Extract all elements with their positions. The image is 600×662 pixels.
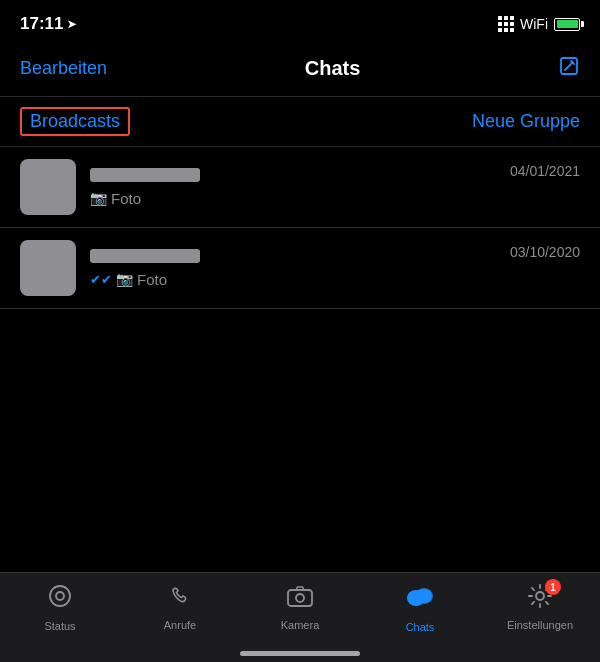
chat-content: 📷 Foto bbox=[90, 168, 496, 207]
preview-text: Foto bbox=[111, 190, 141, 207]
home-indicator bbox=[240, 651, 360, 656]
settings-badge: 1 bbox=[545, 579, 561, 595]
chat-item[interactable]: 📷 Foto 04/01/2021 bbox=[0, 147, 600, 228]
avatar bbox=[20, 240, 76, 296]
broadcasts-bar: Broadcasts Neue Gruppe bbox=[0, 96, 600, 147]
page-title: Chats bbox=[305, 57, 361, 80]
tab-einstellungen-label: Einstellungen bbox=[507, 619, 573, 631]
svg-point-1 bbox=[50, 586, 70, 606]
double-check-icon: ✔✔ bbox=[90, 272, 112, 287]
status-icons: WiFi bbox=[498, 16, 580, 32]
preview-text: Foto bbox=[137, 271, 167, 288]
tab-bar: Status Anrufe Kamera Ch bbox=[0, 572, 600, 662]
edit-button[interactable]: Bearbeiten bbox=[20, 58, 107, 79]
tab-kamera[interactable]: Kamera bbox=[260, 583, 340, 631]
status-time: 17:11 ➤ bbox=[20, 14, 76, 34]
chat-name-placeholder bbox=[90, 168, 200, 182]
chat-item[interactable]: ✔✔ 📷 Foto 03/10/2020 bbox=[0, 228, 600, 309]
broadcasts-button[interactable]: Broadcasts bbox=[20, 107, 130, 136]
location-arrow-icon: ➤ bbox=[67, 18, 76, 31]
camera-tab-icon bbox=[286, 583, 314, 615]
svg-rect-3 bbox=[288, 590, 312, 606]
tab-anrufe[interactable]: Anrufe bbox=[140, 583, 220, 631]
tab-status-label: Status bbox=[44, 620, 75, 632]
time-text: 17:11 bbox=[20, 14, 63, 34]
tab-anrufe-label: Anrufe bbox=[164, 619, 196, 631]
neue-gruppe-button[interactable]: Neue Gruppe bbox=[472, 111, 580, 132]
tab-status[interactable]: Status bbox=[20, 583, 100, 632]
battery-icon bbox=[554, 18, 580, 31]
tab-chats-label: Chats bbox=[406, 621, 435, 633]
chats-tab-icon bbox=[405, 583, 435, 617]
tab-kamera-label: Kamera bbox=[281, 619, 320, 631]
chat-list: 📷 Foto 04/01/2021 ✔✔ 📷 Foto 03/10/2020 bbox=[0, 147, 600, 309]
status-icon bbox=[47, 583, 73, 616]
camera-icon: 📷 bbox=[116, 271, 133, 287]
svg-point-4 bbox=[296, 594, 304, 602]
chat-date: 04/01/2021 bbox=[510, 163, 580, 179]
grid-icon bbox=[498, 16, 514, 32]
wifi-icon: WiFi bbox=[520, 16, 548, 32]
svg-point-7 bbox=[416, 589, 432, 603]
camera-icon: 📷 bbox=[90, 190, 107, 206]
svg-point-8 bbox=[536, 592, 544, 600]
avatar bbox=[20, 159, 76, 215]
chat-date: 03/10/2020 bbox=[510, 244, 580, 260]
settings-icon: 1 bbox=[527, 583, 553, 615]
chat-preview: ✔✔ 📷 Foto bbox=[90, 271, 496, 288]
chat-name-placeholder bbox=[90, 249, 200, 263]
svg-point-2 bbox=[56, 592, 64, 600]
chat-content: ✔✔ 📷 Foto bbox=[90, 249, 496, 288]
compose-button[interactable] bbox=[558, 55, 580, 82]
tab-chats[interactable]: Chats bbox=[380, 583, 460, 633]
phone-icon bbox=[167, 583, 193, 615]
chat-preview: 📷 Foto bbox=[90, 190, 496, 207]
nav-bar: Bearbeiten Chats bbox=[0, 44, 600, 96]
status-bar: 17:11 ➤ WiFi bbox=[0, 0, 600, 44]
tab-einstellungen[interactable]: 1 Einstellungen bbox=[500, 583, 580, 631]
